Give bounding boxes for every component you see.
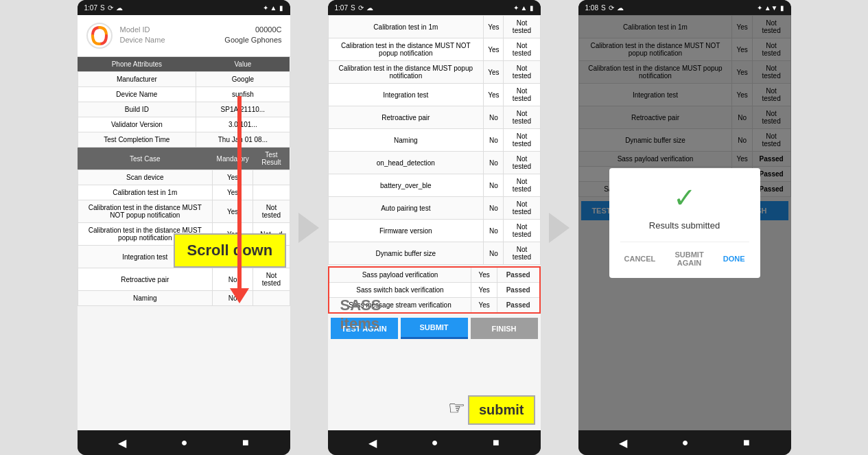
cloud-icon-2: ☁ <box>366 4 373 12</box>
table-row: battery_over_bleNoNot tested <box>328 174 540 197</box>
model-id-value: 00000C <box>255 25 282 34</box>
wifi-icon-3: ▲▼ <box>764 4 778 12</box>
table-row: Test Completion TimeThu Jan 01 08... <box>78 132 290 148</box>
table-row: Calibration test in 1mYes <box>78 185 290 200</box>
device-info: Model ID 00000C Device Name Google Gphon… <box>120 25 282 46</box>
table-row: Validator Version3.0.101... <box>78 117 290 132</box>
table-row: Scan deviceYes <box>78 170 290 185</box>
recents-btn-2[interactable]: ■ <box>487 434 505 452</box>
submit-button-2[interactable]: SUBMIT <box>401 318 468 339</box>
right-arrow-icon-2 <box>549 213 570 243</box>
battery-icon-3: ▮ <box>780 4 784 12</box>
table-row: ManufacturerGoogle <box>78 72 290 87</box>
scroll-arrow <box>230 96 249 303</box>
wifi-icon-1: ▲ <box>270 4 277 12</box>
back-btn-2[interactable]: ◀ <box>363 434 382 452</box>
table-row: Device Namesunfish <box>78 87 290 102</box>
table-row: Build IDSP1A.21110... <box>78 102 290 117</box>
value-col-header: Value <box>196 57 290 72</box>
time-3: 1:08 <box>585 4 598 12</box>
table-row: on_head_detectionNoNot tested <box>328 152 540 174</box>
cloud-icon-1: ☁ <box>116 4 123 12</box>
phone-3-content: Calibration test in 1mYesNot tested Cali… <box>578 15 791 430</box>
table-row: Calibration test in the distance MUST po… <box>328 61 540 84</box>
device-name-label: Device Name <box>120 36 165 44</box>
back-btn-3[interactable]: ◀ <box>613 434 633 452</box>
submit-annotation: submit <box>468 395 535 425</box>
table-row: Sass switch back verificationYesPassed <box>329 283 540 298</box>
table-row: Integration testYesNot tested <box>328 84 540 106</box>
test-table-2: Calibration test in 1mYesNot tested Cali… <box>328 15 541 265</box>
table-row: Calibration test in the distance MUST NO… <box>78 200 290 223</box>
phone-2-content: Calibration test in 1mYesNot tested Cali… <box>328 15 541 430</box>
time-1: 1:07 <box>84 4 97 12</box>
battery-icon-2: ▮ <box>530 4 534 12</box>
table-row: Calibration test in the distance MUST NO… <box>328 38 540 61</box>
phone-2: 1:07 S ⟳ ☁ ✦ ▲ ▮ Calibration test in 1mY… <box>328 0 541 455</box>
table-row: Calibration test in 1mYesNot tested <box>328 16 540 38</box>
recents-btn-3[interactable]: ■ <box>738 434 755 452</box>
signal-icon-1: S <box>100 4 105 12</box>
signal-icon-2: S <box>351 4 355 12</box>
sync-icon-3: ⟳ <box>609 4 614 12</box>
table-row: Retroactive pairNoNot tested <box>328 106 540 129</box>
right-arrow-icon-1 <box>298 213 319 243</box>
phone-3: 1:08 S ⟳ ☁ ✦ ▲▼ ▮ Calibration test in 1m… <box>578 0 791 455</box>
cloud-icon-3: ☁ <box>617 4 624 12</box>
results-dialog: ✓ Results submitted CANCEL SUBMIT AGAIN … <box>609 168 760 278</box>
finish-button-2[interactable]: FINISH <box>471 318 538 339</box>
sass-annotation: SASSitems <box>340 296 382 333</box>
test-result-header: Test Result <box>253 148 290 170</box>
attr-table: Phone Attributes Value ManufacturerGoogl… <box>78 57 290 148</box>
back-btn-1[interactable]: ◀ <box>113 434 132 452</box>
status-bar-3: 1:08 S ⟳ ☁ ✦ ▲▼ ▮ <box>578 0 791 15</box>
dialog-message: Results submitted <box>620 220 749 231</box>
recents-btn-1[interactable]: ■ <box>237 434 255 452</box>
table-row: Retroactive pairNoNot tested <box>78 268 290 291</box>
phone-1: 1:07 S ⟳ ☁ ✦ ▲ ▮ <box>78 0 290 455</box>
table-row: NamingNoNot tested <box>328 129 540 152</box>
nav-bar-1: ◀ ● ■ <box>78 430 290 455</box>
signal-icon-3: S <box>601 4 606 12</box>
device-name-value: Google Gphones <box>224 36 281 44</box>
home-btn-3[interactable]: ● <box>677 434 694 452</box>
sync-icon-1: ⟳ <box>108 4 113 12</box>
table-row: Firmware versionNoNot tested <box>328 220 540 242</box>
nav-bar-2: ◀ ● ■ <box>328 430 541 455</box>
device-logo <box>86 22 113 49</box>
time-2: 1:07 <box>335 4 348 12</box>
test-case-header: Test Case <box>78 148 213 170</box>
status-bar-1: 1:07 S ⟳ ☁ ✦ ▲ ▮ <box>78 0 290 15</box>
checkmark-icon: ✓ <box>620 182 749 213</box>
arrow-2 <box>541 0 578 455</box>
home-btn-2[interactable]: ● <box>426 434 444 452</box>
status-bar-2: 1:07 S ⟳ ☁ ✦ ▲ ▮ <box>328 0 541 15</box>
nav-bar-3: ◀ ● ■ <box>578 430 791 455</box>
table-row: Dynamic buffer sizeNoNot tested <box>328 242 540 265</box>
dialog-cancel-button[interactable]: CANCEL <box>620 248 660 270</box>
bt-icon-2: ✦ <box>513 4 519 12</box>
table-row: NamingNo <box>78 291 290 306</box>
table-row: Auto pairing testNoNot tested <box>328 197 540 220</box>
device-card: Model ID 00000C Device Name Google Gphon… <box>78 15 290 57</box>
sync-icon-2: ⟳ <box>358 4 364 12</box>
table-row: Sass payload verificationYesPassed <box>329 267 540 283</box>
results-dialog-overlay: ✓ Results submitted CANCEL SUBMIT AGAIN … <box>578 15 791 430</box>
phone-1-content: Model ID 00000C Device Name Google Gphon… <box>78 15 290 430</box>
arrow-1 <box>290 0 328 455</box>
dialog-done-button[interactable]: DONE <box>719 248 749 270</box>
dialog-buttons: CANCEL SUBMIT AGAIN DONE <box>620 242 749 270</box>
test-table-1: Test Case Mandatory Test Result Scan dev… <box>78 148 290 306</box>
attr-col-header: Phone Attributes <box>78 57 196 72</box>
home-btn-1[interactable]: ● <box>176 434 193 452</box>
battery-icon-1: ▮ <box>279 4 283 12</box>
bt-icon-3: ✦ <box>757 4 762 12</box>
model-id-label: Model ID <box>120 25 150 34</box>
wifi-icon-2: ▲ <box>521 4 528 12</box>
cursor-icon: ☞ <box>448 397 465 419</box>
dialog-submit-again-button[interactable]: SUBMIT AGAIN <box>659 248 718 270</box>
bt-icon-1: ✦ <box>263 4 268 12</box>
